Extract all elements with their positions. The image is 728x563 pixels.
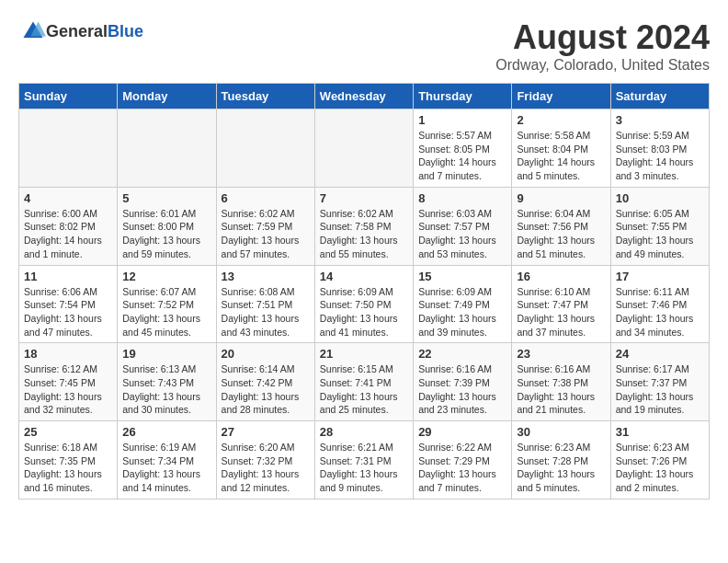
calendar-cell: 1Sunrise: 5:57 AMSunset: 8:05 PMDaylight… bbox=[414, 109, 512, 188]
calendar-cell bbox=[216, 109, 314, 188]
day-number: 4 bbox=[24, 191, 112, 205]
calendar-cell: 28Sunrise: 6:21 AMSunset: 7:31 PMDayligh… bbox=[314, 421, 413, 500]
day-info: Sunrise: 6:07 AMSunset: 7:52 PMDaylight:… bbox=[122, 285, 210, 339]
calendar-week-row: 4Sunrise: 6:00 AMSunset: 8:02 PMDaylight… bbox=[19, 187, 710, 265]
day-number: 7 bbox=[320, 191, 408, 205]
calendar-week-row: 18Sunrise: 6:12 AMSunset: 7:45 PMDayligh… bbox=[19, 343, 710, 421]
day-info: Sunrise: 6:06 AMSunset: 7:54 PMDaylight:… bbox=[24, 285, 112, 339]
column-header-thursday: Thursday bbox=[414, 84, 512, 109]
day-info: Sunrise: 5:57 AMSunset: 8:05 PMDaylight:… bbox=[418, 129, 506, 183]
day-number: 29 bbox=[418, 425, 506, 439]
day-info: Sunrise: 6:18 AMSunset: 7:35 PMDaylight:… bbox=[24, 441, 112, 495]
day-info: Sunrise: 6:17 AMSunset: 7:37 PMDaylight:… bbox=[616, 362, 704, 417]
day-info: Sunrise: 6:00 AMSunset: 8:02 PMDaylight:… bbox=[24, 207, 112, 261]
calendar-cell: 30Sunrise: 6:23 AMSunset: 7:28 PMDayligh… bbox=[512, 421, 610, 500]
day-number: 11 bbox=[24, 270, 112, 283]
day-number: 24 bbox=[616, 347, 704, 361]
column-header-wednesday: Wednesday bbox=[314, 84, 413, 109]
calendar-cell: 4Sunrise: 6:00 AMSunset: 8:02 PMDaylight… bbox=[19, 187, 118, 265]
day-info: Sunrise: 6:03 AMSunset: 7:57 PMDaylight:… bbox=[418, 207, 506, 261]
calendar-cell: 2Sunrise: 5:58 AMSunset: 8:04 PMDaylight… bbox=[512, 109, 610, 188]
day-info: Sunrise: 6:10 AMSunset: 7:47 PMDaylight:… bbox=[517, 285, 605, 339]
day-info: Sunrise: 5:59 AMSunset: 8:03 PMDaylight:… bbox=[616, 129, 704, 183]
day-number: 2 bbox=[517, 113, 605, 127]
calendar-cell: 16Sunrise: 6:10 AMSunset: 7:47 PMDayligh… bbox=[512, 265, 610, 343]
calendar-cell: 29Sunrise: 6:22 AMSunset: 7:29 PMDayligh… bbox=[414, 421, 512, 500]
day-number: 25 bbox=[24, 425, 112, 439]
calendar-cell: 13Sunrise: 6:08 AMSunset: 7:51 PMDayligh… bbox=[216, 265, 314, 343]
day-number: 28 bbox=[320, 425, 408, 439]
calendar-cell: 12Sunrise: 6:07 AMSunset: 7:52 PMDayligh… bbox=[118, 265, 216, 343]
day-info: Sunrise: 6:08 AMSunset: 7:51 PMDaylight:… bbox=[222, 285, 310, 339]
column-header-sunday: Sunday bbox=[19, 84, 118, 109]
main-title: August 2024 bbox=[495, 18, 710, 57]
day-number: 12 bbox=[122, 270, 210, 283]
calendar-cell: 21Sunrise: 6:15 AMSunset: 7:41 PMDayligh… bbox=[314, 343, 413, 421]
calendar: SundayMondayTuesdayWednesdayThursdayFrid… bbox=[18, 83, 710, 500]
day-number: 19 bbox=[122, 347, 210, 361]
logo-text-blue: Blue bbox=[108, 22, 143, 40]
day-number: 22 bbox=[418, 347, 506, 361]
day-info: Sunrise: 6:22 AMSunset: 7:29 PMDaylight:… bbox=[418, 441, 506, 495]
calendar-cell: 5Sunrise: 6:01 AMSunset: 8:00 PMDaylight… bbox=[118, 187, 216, 265]
day-info: Sunrise: 6:05 AMSunset: 7:55 PMDaylight:… bbox=[616, 207, 704, 261]
day-number: 5 bbox=[122, 191, 210, 205]
day-number: 31 bbox=[616, 425, 704, 439]
day-number: 13 bbox=[222, 270, 310, 283]
day-info: Sunrise: 6:23 AMSunset: 7:28 PMDaylight:… bbox=[517, 441, 605, 495]
calendar-cell: 15Sunrise: 6:09 AMSunset: 7:49 PMDayligh… bbox=[414, 265, 512, 343]
day-number: 1 bbox=[418, 113, 506, 127]
logo-text-general: General bbox=[46, 22, 108, 40]
calendar-header-row: SundayMondayTuesdayWednesdayThursdayFrid… bbox=[19, 84, 710, 109]
calendar-cell: 8Sunrise: 6:03 AMSunset: 7:57 PMDaylight… bbox=[414, 187, 512, 265]
calendar-cell: 17Sunrise: 6:11 AMSunset: 7:46 PMDayligh… bbox=[610, 265, 709, 343]
column-header-tuesday: Tuesday bbox=[216, 84, 314, 109]
day-info: Sunrise: 6:20 AMSunset: 7:32 PMDaylight:… bbox=[222, 441, 310, 495]
day-number: 8 bbox=[418, 191, 506, 205]
subtitle: Ordway, Colorado, United States bbox=[495, 57, 710, 74]
day-info: Sunrise: 6:02 AMSunset: 7:58 PMDaylight:… bbox=[320, 207, 408, 261]
calendar-cell: 6Sunrise: 6:02 AMSunset: 7:59 PMDaylight… bbox=[216, 187, 314, 265]
calendar-cell: 31Sunrise: 6:23 AMSunset: 7:26 PMDayligh… bbox=[610, 421, 709, 500]
day-info: Sunrise: 6:14 AMSunset: 7:42 PMDaylight:… bbox=[222, 362, 310, 417]
day-number: 23 bbox=[517, 347, 605, 361]
day-info: Sunrise: 6:16 AMSunset: 7:39 PMDaylight:… bbox=[418, 362, 506, 417]
calendar-cell: 11Sunrise: 6:06 AMSunset: 7:54 PMDayligh… bbox=[19, 265, 118, 343]
calendar-cell bbox=[19, 109, 118, 188]
calendar-cell: 19Sunrise: 6:13 AMSunset: 7:43 PMDayligh… bbox=[118, 343, 216, 421]
day-info: Sunrise: 6:04 AMSunset: 7:56 PMDaylight:… bbox=[517, 207, 605, 261]
header: GeneralBlue August 2024 Ordway, Colorado… bbox=[18, 18, 710, 74]
day-number: 3 bbox=[616, 113, 704, 127]
day-number: 17 bbox=[616, 270, 704, 283]
calendar-cell: 24Sunrise: 6:17 AMSunset: 7:37 PMDayligh… bbox=[610, 343, 709, 421]
day-info: Sunrise: 6:19 AMSunset: 7:34 PMDaylight:… bbox=[122, 441, 210, 495]
day-info: Sunrise: 6:02 AMSunset: 7:59 PMDaylight:… bbox=[222, 207, 310, 261]
column-header-saturday: Saturday bbox=[610, 84, 709, 109]
day-number: 16 bbox=[517, 270, 605, 283]
calendar-cell: 22Sunrise: 6:16 AMSunset: 7:39 PMDayligh… bbox=[414, 343, 512, 421]
day-number: 14 bbox=[320, 270, 408, 283]
day-number: 6 bbox=[222, 191, 310, 205]
day-info: Sunrise: 6:23 AMSunset: 7:26 PMDaylight:… bbox=[616, 441, 704, 495]
calendar-cell: 7Sunrise: 6:02 AMSunset: 7:58 PMDaylight… bbox=[314, 187, 413, 265]
calendar-cell: 3Sunrise: 5:59 AMSunset: 8:03 PMDaylight… bbox=[610, 109, 709, 188]
day-info: Sunrise: 6:09 AMSunset: 7:49 PMDaylight:… bbox=[418, 285, 506, 339]
calendar-cell: 25Sunrise: 6:18 AMSunset: 7:35 PMDayligh… bbox=[19, 421, 118, 500]
calendar-cell: 10Sunrise: 6:05 AMSunset: 7:55 PMDayligh… bbox=[610, 187, 709, 265]
title-section: August 2024 Ordway, Colorado, United Sta… bbox=[495, 18, 710, 74]
logo-icon bbox=[20, 18, 46, 44]
calendar-week-row: 11Sunrise: 6:06 AMSunset: 7:54 PMDayligh… bbox=[19, 265, 710, 343]
calendar-cell: 18Sunrise: 6:12 AMSunset: 7:45 PMDayligh… bbox=[19, 343, 118, 421]
calendar-week-row: 1Sunrise: 5:57 AMSunset: 8:05 PMDaylight… bbox=[19, 109, 710, 188]
calendar-cell bbox=[314, 109, 413, 188]
calendar-cell: 20Sunrise: 6:14 AMSunset: 7:42 PMDayligh… bbox=[216, 343, 314, 421]
calendar-cell: 9Sunrise: 6:04 AMSunset: 7:56 PMDaylight… bbox=[512, 187, 610, 265]
calendar-week-row: 25Sunrise: 6:18 AMSunset: 7:35 PMDayligh… bbox=[19, 421, 710, 500]
day-info: Sunrise: 5:58 AMSunset: 8:04 PMDaylight:… bbox=[517, 129, 605, 183]
day-info: Sunrise: 6:21 AMSunset: 7:31 PMDaylight:… bbox=[320, 441, 408, 495]
day-number: 15 bbox=[418, 270, 506, 283]
day-info: Sunrise: 6:16 AMSunset: 7:38 PMDaylight:… bbox=[517, 362, 605, 417]
day-info: Sunrise: 6:11 AMSunset: 7:46 PMDaylight:… bbox=[616, 285, 704, 339]
day-number: 30 bbox=[517, 425, 605, 439]
calendar-cell: 14Sunrise: 6:09 AMSunset: 7:50 PMDayligh… bbox=[314, 265, 413, 343]
